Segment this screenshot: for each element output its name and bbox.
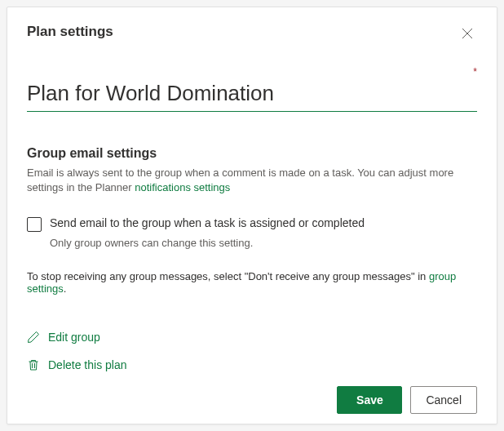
plan-name-input[interactable]: [27, 79, 477, 112]
stop-receiving-message: To stop receiving any group messages, se…: [27, 270, 477, 295]
delete-plan-label: Delete this plan: [48, 358, 127, 371]
section-description: Email is always sent to the group when a…: [27, 166, 477, 195]
stop-text-suffix: .: [64, 282, 67, 295]
trash-icon: [27, 358, 40, 371]
group-email-section: Group email settings Email is always sen…: [27, 146, 477, 295]
notifications-settings-link[interactable]: notifications settings: [135, 181, 230, 193]
dialog-title: Plan settings: [27, 24, 113, 40]
edit-icon: [27, 331, 40, 344]
plan-name-field: *: [27, 79, 477, 112]
checkbox-hint: Only group owners can change this settin…: [50, 237, 477, 249]
dialog-footer: Save Cancel: [27, 386, 477, 414]
checkbox-row: Send email to the group when a task is a…: [27, 216, 477, 232]
close-button[interactable]: [458, 24, 477, 43]
save-button[interactable]: Save: [337, 386, 402, 414]
plan-settings-dialog: Plan settings * Group email settings Ema…: [7, 7, 497, 424]
send-email-checkbox[interactable]: [27, 217, 42, 232]
dialog-header: Plan settings: [27, 24, 477, 43]
cancel-button[interactable]: Cancel: [410, 386, 477, 414]
close-icon: [462, 28, 473, 39]
desc-text: Email is always sent to the group when a…: [27, 167, 453, 193]
edit-group-label: Edit group: [48, 331, 100, 344]
stop-text-prefix: To stop receiving any group messages, se…: [27, 270, 429, 282]
delete-plan-link[interactable]: Delete this plan: [27, 358, 127, 371]
checkbox-label: Send email to the group when a task is a…: [50, 216, 365, 229]
action-links: Edit group Delete this plan: [27, 331, 477, 386]
edit-group-link[interactable]: Edit group: [27, 331, 100, 344]
required-indicator: *: [473, 66, 477, 78]
section-title: Group email settings: [27, 146, 477, 161]
